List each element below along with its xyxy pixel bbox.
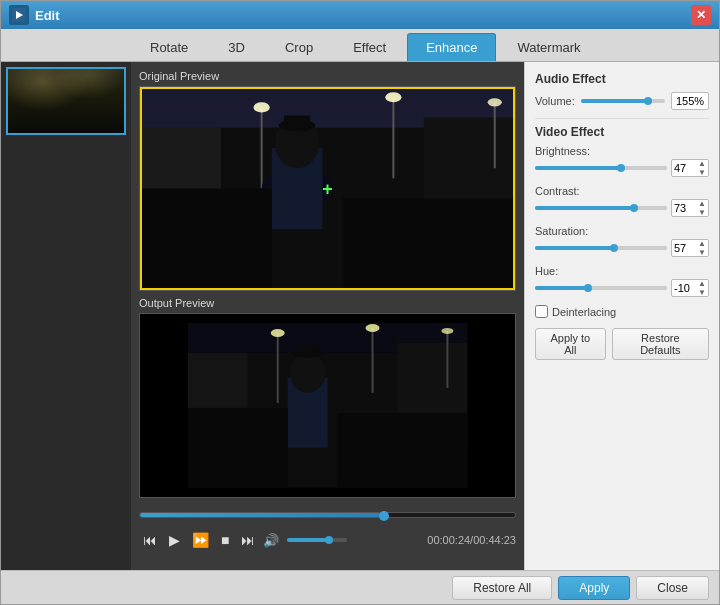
brightness-arrows[interactable]: ▲▼	[698, 159, 706, 177]
skip-back-button[interactable]: ⏮	[139, 530, 161, 550]
hue-value: -10	[674, 282, 690, 294]
hue-arrows[interactable]: ▲▼	[698, 279, 706, 297]
svg-point-30	[290, 353, 326, 393]
hue-spinbox[interactable]: -10 ▲▼	[671, 279, 709, 297]
contrast-control: Contrast: 73 ▲▼	[535, 185, 709, 217]
volume-track-thumb	[644, 97, 652, 105]
brightness-value: 47	[674, 162, 686, 174]
main-preview-area: Original Preview	[131, 62, 524, 570]
tab-watermark[interactable]: Watermark	[498, 33, 599, 61]
title-bar: Edit ✕	[1, 1, 719, 29]
close-button[interactable]: Close	[636, 576, 709, 600]
svg-rect-17	[140, 189, 272, 290]
deinterlacing-row: Deinterlacing	[535, 305, 709, 318]
svg-point-9	[385, 92, 401, 102]
contrast-fill	[535, 206, 634, 210]
separator-1	[535, 118, 709, 119]
tab-crop[interactable]: Crop	[266, 33, 332, 61]
brightness-spinbox[interactable]: 47 ▲▼	[671, 159, 709, 177]
contrast-arrows[interactable]: ▲▼	[698, 199, 706, 217]
progress-thumb	[379, 511, 389, 521]
svg-rect-18	[343, 199, 515, 290]
deinterlacing-checkbox[interactable]	[535, 305, 548, 318]
progress-bar[interactable]	[139, 512, 516, 518]
window-close-button[interactable]: ✕	[691, 5, 711, 25]
time-display: 00:00:24/00:44:23	[427, 534, 516, 546]
output-preview-box	[139, 313, 516, 498]
svg-point-24	[271, 329, 285, 337]
volume-fill	[287, 538, 329, 542]
hue-control: Hue: -10 ▲▼	[535, 265, 709, 297]
svg-point-7	[254, 102, 270, 112]
brightness-slider[interactable]	[535, 166, 667, 170]
contrast-value: 73	[674, 202, 686, 214]
apply-to-all-button[interactable]: Apply to All	[535, 328, 606, 360]
window-title: Edit	[35, 8, 691, 23]
saturation-slider[interactable]	[535, 246, 667, 250]
deinterlacing-label: Deinterlacing	[552, 306, 616, 318]
volume-label: Volume:	[535, 95, 575, 107]
playback-controls: ⏮ ▶ ⏩ ■ ⏭ 🔊 00:00:24/00:44:23	[139, 526, 516, 554]
output-preview-label: Output Preview	[139, 297, 516, 309]
stop-button[interactable]: ■	[217, 530, 233, 550]
tab-rotate[interactable]: Rotate	[131, 33, 207, 61]
brightness-fill	[535, 166, 621, 170]
video-section-title: Video Effect	[535, 125, 709, 139]
contrast-spinbox[interactable]: 73 ▲▼	[671, 199, 709, 217]
fast-forward-button[interactable]: ⏩	[188, 530, 213, 550]
edit-window: Edit ✕ Rotate 3D Crop Effect Enhance Wat…	[0, 0, 720, 605]
svg-point-11	[488, 98, 502, 106]
volume-track[interactable]	[581, 99, 665, 103]
saturation-label: Saturation:	[535, 225, 709, 237]
thumbnail-preview	[6, 67, 126, 135]
right-panel: Audio Effect Volume: 155% Video Effect B…	[524, 62, 719, 570]
app-icon	[9, 5, 29, 25]
svg-point-28	[441, 328, 453, 334]
apply-button[interactable]: Apply	[558, 576, 630, 600]
progress-fill	[140, 513, 384, 517]
contrast-slider[interactable]	[535, 206, 667, 210]
saturation-thumb	[610, 244, 618, 252]
crosshair: +	[322, 178, 333, 199]
restore-all-button[interactable]: Restore All	[452, 576, 552, 600]
skip-forward-button[interactable]: ⏭	[237, 530, 259, 550]
original-preview-box: +	[139, 86, 516, 291]
action-buttons: Apply to All Restore Defaults	[535, 328, 709, 360]
left-panel	[1, 62, 131, 570]
brightness-control: Brightness: 47 ▲▼	[535, 145, 709, 177]
contrast-thumb	[630, 204, 638, 212]
svg-point-26	[365, 324, 379, 332]
saturation-arrows[interactable]: ▲▼	[698, 239, 706, 257]
tab-bar: Rotate 3D Crop Effect Enhance Watermark	[1, 29, 719, 62]
hue-label: Hue:	[535, 265, 709, 277]
volume-thumb	[325, 536, 333, 544]
svg-rect-32	[298, 345, 318, 355]
svg-rect-34	[337, 413, 467, 488]
tab-3d[interactable]: 3D	[209, 33, 264, 61]
volume-slider[interactable]	[287, 538, 347, 542]
contrast-label: Contrast:	[535, 185, 709, 197]
original-preview-label: Original Preview	[139, 70, 516, 82]
svg-rect-16	[284, 116, 310, 128]
volume-track-fill	[581, 99, 648, 103]
tab-enhance[interactable]: Enhance	[407, 33, 496, 61]
hue-fill	[535, 286, 588, 290]
svg-rect-33	[188, 408, 288, 488]
brightness-label: Brightness:	[535, 145, 709, 157]
content-area: Original Preview	[1, 62, 719, 570]
play-button[interactable]: ▶	[165, 530, 184, 550]
hue-thumb	[584, 284, 592, 292]
saturation-control: Saturation: 57 ▲▼	[535, 225, 709, 257]
brightness-thumb	[617, 164, 625, 172]
saturation-value: 57	[674, 242, 686, 254]
audio-section-title: Audio Effect	[535, 72, 709, 86]
restore-defaults-button[interactable]: Restore Defaults	[612, 328, 709, 360]
bottom-bar: Restore All Apply Close	[1, 570, 719, 604]
tab-effect[interactable]: Effect	[334, 33, 405, 61]
saturation-spinbox[interactable]: 57 ▲▼	[671, 239, 709, 257]
volume-value[interactable]: 155%	[671, 92, 709, 110]
saturation-fill	[535, 246, 614, 250]
hue-slider[interactable]	[535, 286, 667, 290]
volume-control: Volume: 155%	[535, 92, 709, 110]
volume-icon: 🔊	[263, 533, 279, 548]
